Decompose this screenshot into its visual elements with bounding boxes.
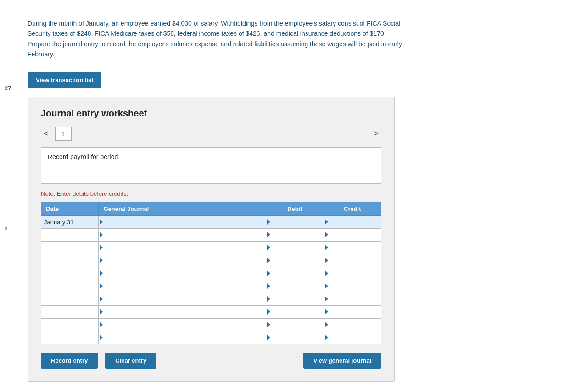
date-input[interactable]: [44, 243, 95, 253]
col-general-journal: General Journal: [99, 202, 266, 215]
debit-cell: [266, 293, 324, 305]
credit-input[interactable]: [324, 306, 381, 318]
debit-input[interactable]: [266, 254, 323, 267]
general-journal-input[interactable]: [99, 306, 266, 318]
general-journal-input[interactable]: [99, 280, 266, 293]
general-journal-cell: [99, 280, 266, 293]
date-input[interactable]: [44, 307, 95, 317]
credit-cell: [324, 228, 381, 241]
date-input[interactable]: [44, 294, 95, 304]
debit-input[interactable]: [266, 229, 323, 241]
next-page-button[interactable]: >: [371, 128, 381, 139]
general-journal-cell: [99, 318, 266, 331]
debit-input[interactable]: [266, 267, 323, 280]
date-input[interactable]: [44, 230, 95, 240]
journal-entry-worksheet: Journal entry worksheet < 1 > Record pay…: [28, 97, 395, 382]
date-input[interactable]: [44, 255, 95, 266]
credit-cell: [324, 331, 381, 344]
debit-input[interactable]: [266, 242, 323, 254]
date-cell: [41, 254, 99, 267]
general-journal-cell: [99, 254, 266, 267]
debit-credit-note: Note: Enter debits before credits.: [41, 190, 381, 197]
clear-entry-button[interactable]: Clear entry: [105, 353, 156, 369]
date-cell: [41, 305, 99, 318]
date-cell: [41, 228, 99, 241]
credit-input[interactable]: [324, 280, 381, 293]
general-journal-input[interactable]: [99, 267, 266, 280]
journal-table: Date General Journal Debit Credit Januar…: [41, 202, 381, 344]
date-input[interactable]: [44, 268, 95, 279]
credit-cell: [324, 305, 381, 318]
general-journal-cell: [99, 267, 266, 280]
general-journal-input[interactable]: [99, 216, 266, 228]
credit-cell: [324, 241, 381, 254]
credit-input[interactable]: [324, 216, 381, 228]
credit-input[interactable]: [324, 267, 381, 280]
general-journal-cell: [99, 331, 266, 344]
page-number-box: 1: [55, 127, 72, 141]
credit-cell: [324, 318, 381, 331]
date-input[interactable]: [44, 320, 95, 330]
date-cell: [41, 241, 99, 254]
side-label: s: [5, 225, 8, 232]
col-credit: Credit: [324, 202, 381, 215]
credit-input[interactable]: [324, 293, 381, 305]
prev-page-button[interactable]: <: [41, 128, 51, 139]
debit-input[interactable]: [266, 306, 323, 318]
debit-input[interactable]: [266, 280, 323, 293]
date-cell: [41, 267, 99, 280]
date-cell: [41, 280, 99, 293]
credit-cell: [324, 293, 381, 305]
credit-cell: [324, 215, 381, 228]
debit-cell: [266, 331, 324, 344]
table-row: [41, 241, 381, 254]
credit-cell: [324, 267, 381, 280]
date-cell: [41, 331, 99, 344]
debit-cell: [266, 280, 324, 293]
general-journal-cell: [99, 241, 266, 254]
table-row: [41, 254, 381, 267]
debit-cell: [266, 215, 324, 228]
table-row: January 31: [41, 215, 381, 228]
credit-cell: [324, 280, 381, 293]
col-debit: Debit: [266, 202, 324, 215]
debit-cell: [266, 228, 324, 241]
date-cell: [41, 318, 99, 331]
debit-input[interactable]: [266, 216, 323, 228]
date-input[interactable]: [44, 332, 95, 343]
debit-cell: [266, 254, 324, 267]
general-journal-input[interactable]: [99, 331, 266, 344]
debit-cell: [266, 267, 324, 280]
worksheet-title: Journal entry worksheet: [41, 108, 381, 119]
debit-cell: [266, 241, 324, 254]
view-transaction-button[interactable]: View transaction list: [28, 72, 101, 88]
general-journal-input[interactable]: [99, 242, 266, 254]
credit-input[interactable]: [324, 331, 381, 344]
credit-input[interactable]: [324, 229, 381, 241]
debit-input[interactable]: [266, 319, 323, 331]
pagination-row: < 1 >: [41, 127, 381, 141]
general-journal-input[interactable]: [99, 254, 266, 267]
debit-input[interactable]: [266, 331, 323, 344]
general-journal-cell: [99, 228, 266, 241]
debit-input[interactable]: [266, 293, 323, 305]
view-general-journal-button[interactable]: View general journal: [303, 353, 381, 369]
general-journal-input[interactable]: [99, 293, 266, 305]
general-journal-cell: [99, 293, 266, 305]
debit-cell: [266, 318, 324, 331]
table-row: [41, 293, 381, 305]
action-buttons-row: Record entry Clear entry View general jo…: [41, 353, 381, 369]
description-text: During the month of January, an employee…: [28, 18, 404, 60]
credit-input[interactable]: [324, 319, 381, 331]
record-entry-button[interactable]: Record entry: [41, 353, 98, 369]
col-date: Date: [41, 202, 99, 215]
date-cell: [41, 293, 99, 305]
general-journal-input[interactable]: [99, 319, 266, 331]
date-input[interactable]: [44, 281, 95, 292]
credit-input[interactable]: [324, 254, 381, 267]
table-row: [41, 318, 381, 331]
table-row: [41, 280, 381, 293]
credit-input[interactable]: [324, 242, 381, 254]
entry-description-box: Record payroll for period.: [41, 147, 381, 184]
general-journal-input[interactable]: [99, 229, 266, 241]
